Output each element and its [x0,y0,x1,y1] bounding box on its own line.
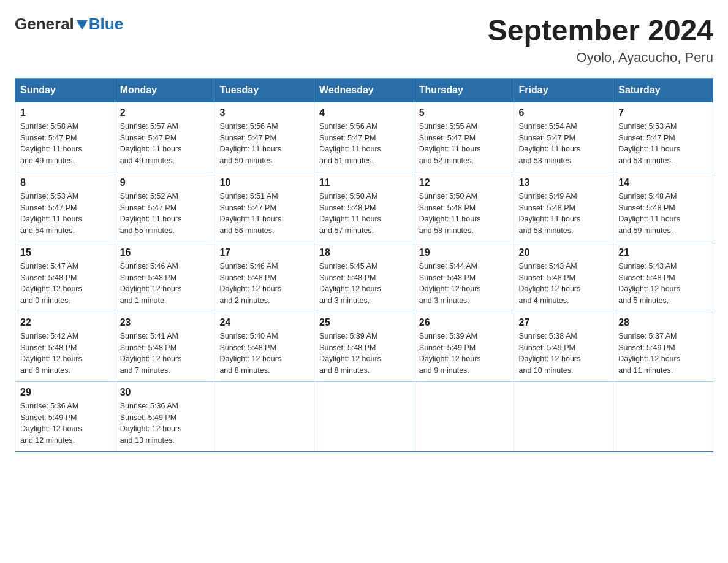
page-title: September 2024 [488,15,713,47]
day-info: Sunrise: 5:42 AMSunset: 5:48 PMDaylight:… [20,331,110,377]
day-number: 13 [519,177,609,188]
day-info: Sunrise: 5:52 AMSunset: 5:47 PMDaylight:… [120,191,210,237]
calendar-day-cell: 29Sunrise: 5:36 AMSunset: 5:49 PMDayligh… [15,381,115,451]
day-number: 14 [618,177,708,188]
calendar-day-cell [414,381,514,451]
day-number: 20 [519,247,609,258]
calendar-day-cell: 10Sunrise: 5:51 AMSunset: 5:47 PMDayligh… [214,172,314,242]
day-number: 4 [319,107,409,118]
logo-triangle-icon [75,18,89,31]
calendar-day-cell: 24Sunrise: 5:40 AMSunset: 5:48 PMDayligh… [214,312,314,381]
calendar-day-cell: 4Sunrise: 5:56 AMSunset: 5:47 PMDaylight… [314,102,414,172]
day-info: Sunrise: 5:38 AMSunset: 5:49 PMDaylight:… [519,331,609,377]
day-info: Sunrise: 5:56 AMSunset: 5:47 PMDaylight:… [319,121,409,167]
calendar-weekday-header: Saturday [613,78,713,102]
page-header: General Blue September 2024 Oyolo, Ayacu… [15,15,713,66]
calendar-week-row: 29Sunrise: 5:36 AMSunset: 5:49 PMDayligh… [15,381,713,451]
calendar-header-row: SundayMondayTuesdayWednesdayThursdayFrid… [15,78,713,102]
calendar-day-cell: 27Sunrise: 5:38 AMSunset: 5:49 PMDayligh… [514,312,613,381]
day-number: 26 [419,317,509,328]
day-info: Sunrise: 5:46 AMSunset: 5:48 PMDaylight:… [219,261,309,307]
calendar-day-cell: 18Sunrise: 5:45 AMSunset: 5:48 PMDayligh… [314,242,414,312]
day-number: 27 [519,317,609,328]
day-info: Sunrise: 5:49 AMSunset: 5:48 PMDaylight:… [519,191,609,237]
day-info: Sunrise: 5:55 AMSunset: 5:47 PMDaylight:… [419,121,509,167]
calendar-weekday-header: Friday [514,78,613,102]
calendar-weekday-header: Monday [115,78,214,102]
day-info: Sunrise: 5:39 AMSunset: 5:48 PMDaylight:… [319,331,409,377]
calendar-weekday-header: Thursday [414,78,514,102]
day-number: 8 [20,177,110,188]
calendar-day-cell: 1Sunrise: 5:58 AMSunset: 5:47 PMDaylight… [15,102,115,172]
day-info: Sunrise: 5:40 AMSunset: 5:48 PMDaylight:… [219,331,309,377]
calendar-day-cell: 2Sunrise: 5:57 AMSunset: 5:47 PMDaylight… [115,102,214,172]
day-info: Sunrise: 5:41 AMSunset: 5:48 PMDaylight:… [120,331,210,377]
day-number: 7 [618,107,708,118]
calendar-week-row: 8Sunrise: 5:53 AMSunset: 5:47 PMDaylight… [15,172,713,242]
day-number: 18 [319,247,409,258]
day-number: 12 [419,177,509,188]
day-number: 23 [120,317,210,328]
day-number: 19 [419,247,509,258]
svg-marker-0 [77,20,88,30]
calendar-day-cell: 20Sunrise: 5:43 AMSunset: 5:48 PMDayligh… [514,242,613,312]
calendar-day-cell [214,381,314,451]
calendar-day-cell: 15Sunrise: 5:47 AMSunset: 5:48 PMDayligh… [15,242,115,312]
day-number: 9 [120,177,210,188]
day-number: 10 [219,177,309,188]
day-number: 29 [20,387,110,398]
calendar-day-cell: 30Sunrise: 5:36 AMSunset: 5:49 PMDayligh… [115,381,214,451]
day-number: 22 [20,317,110,328]
logo: General Blue [15,15,123,34]
logo-blue: Blue [89,15,123,34]
day-info: Sunrise: 5:46 AMSunset: 5:48 PMDaylight:… [120,261,210,307]
calendar-day-cell: 9Sunrise: 5:52 AMSunset: 5:47 PMDaylight… [115,172,214,242]
calendar-table: SundayMondayTuesdayWednesdayThursdayFrid… [15,78,713,452]
calendar-day-cell: 25Sunrise: 5:39 AMSunset: 5:48 PMDayligh… [314,312,414,381]
calendar-day-cell: 6Sunrise: 5:54 AMSunset: 5:47 PMDaylight… [514,102,613,172]
calendar-day-cell: 23Sunrise: 5:41 AMSunset: 5:48 PMDayligh… [115,312,214,381]
day-info: Sunrise: 5:43 AMSunset: 5:48 PMDaylight:… [519,261,609,307]
day-number: 28 [618,317,708,328]
day-number: 5 [419,107,509,118]
day-info: Sunrise: 5:43 AMSunset: 5:48 PMDaylight:… [618,261,708,307]
day-number: 30 [120,387,210,398]
day-info: Sunrise: 5:36 AMSunset: 5:49 PMDaylight:… [120,400,210,446]
day-number: 11 [319,177,409,188]
day-number: 1 [20,107,110,118]
day-info: Sunrise: 5:53 AMSunset: 5:47 PMDaylight:… [618,121,708,167]
day-info: Sunrise: 5:44 AMSunset: 5:48 PMDaylight:… [419,261,509,307]
day-info: Sunrise: 5:39 AMSunset: 5:49 PMDaylight:… [419,331,509,377]
calendar-day-cell: 11Sunrise: 5:50 AMSunset: 5:48 PMDayligh… [314,172,414,242]
day-info: Sunrise: 5:58 AMSunset: 5:47 PMDaylight:… [20,121,110,167]
calendar-day-cell: 13Sunrise: 5:49 AMSunset: 5:48 PMDayligh… [514,172,613,242]
logo-text: General Blue [15,15,123,34]
day-number: 6 [519,107,609,118]
day-number: 3 [219,107,309,118]
calendar-day-cell: 19Sunrise: 5:44 AMSunset: 5:48 PMDayligh… [414,242,514,312]
calendar-weekday-header: Wednesday [314,78,414,102]
day-info: Sunrise: 5:57 AMSunset: 5:47 PMDaylight:… [120,121,210,167]
title-area: September 2024 Oyolo, Ayacucho, Peru [488,15,713,66]
calendar-day-cell: 7Sunrise: 5:53 AMSunset: 5:47 PMDaylight… [613,102,713,172]
calendar-day-cell: 12Sunrise: 5:50 AMSunset: 5:48 PMDayligh… [414,172,514,242]
day-number: 17 [219,247,309,258]
calendar-day-cell: 5Sunrise: 5:55 AMSunset: 5:47 PMDaylight… [414,102,514,172]
day-number: 21 [618,247,708,258]
day-info: Sunrise: 5:47 AMSunset: 5:48 PMDaylight:… [20,261,110,307]
day-info: Sunrise: 5:50 AMSunset: 5:48 PMDaylight:… [419,191,509,237]
calendar-day-cell: 26Sunrise: 5:39 AMSunset: 5:49 PMDayligh… [414,312,514,381]
calendar-weekday-header: Tuesday [214,78,314,102]
day-info: Sunrise: 5:45 AMSunset: 5:48 PMDaylight:… [319,261,409,307]
day-number: 24 [219,317,309,328]
calendar-day-cell: 28Sunrise: 5:37 AMSunset: 5:49 PMDayligh… [613,312,713,381]
calendar-day-cell [314,381,414,451]
day-number: 16 [120,247,210,258]
calendar-day-cell: 22Sunrise: 5:42 AMSunset: 5:48 PMDayligh… [15,312,115,381]
calendar-weekday-header: Sunday [15,78,115,102]
day-info: Sunrise: 5:54 AMSunset: 5:47 PMDaylight:… [519,121,609,167]
calendar-week-row: 1Sunrise: 5:58 AMSunset: 5:47 PMDaylight… [15,102,713,172]
day-info: Sunrise: 5:48 AMSunset: 5:48 PMDaylight:… [618,191,708,237]
calendar-week-row: 22Sunrise: 5:42 AMSunset: 5:48 PMDayligh… [15,312,713,381]
calendar-day-cell [613,381,713,451]
